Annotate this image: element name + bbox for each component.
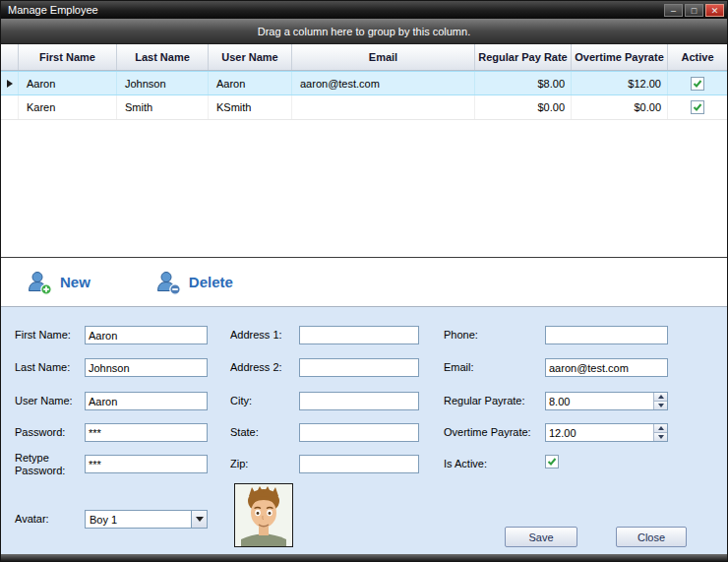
address1-label: Address 1: [230, 329, 282, 342]
user-name-field[interactable] [85, 392, 208, 410]
retype-password-field[interactable] [85, 455, 208, 473]
spinner-down-button[interactable] [653, 433, 667, 441]
row-indicator-cell [1, 95, 19, 119]
overtime-payrate-field[interactable] [545, 423, 668, 442]
regular-payrate-field[interactable] [545, 392, 668, 410]
is-active-checkbox[interactable] [545, 455, 559, 468]
table-row[interactable]: Aaron Johnson Aaron aaron@test.com $8.00… [1, 71, 727, 95]
header-overtime-payrate[interactable]: Overtime Payrate [572, 44, 668, 70]
delete-button[interactable]: Delete [155, 270, 233, 295]
city-label: City: [230, 395, 252, 407]
header-regular-pay-rate[interactable]: Regular Pay Rate [475, 44, 572, 70]
regular-payrate-spinner [653, 393, 667, 409]
avatar-select[interactable]: Boy 1 [85, 510, 208, 529]
active-checkbox[interactable] [691, 100, 704, 114]
person-remove-icon [155, 270, 181, 295]
cell-user-name: Aaron [209, 72, 292, 94]
down-arrow-icon [658, 435, 664, 439]
email-field[interactable] [545, 358, 668, 377]
spinner-up-button[interactable] [653, 424, 667, 433]
cell-first-name: Aaron [19, 72, 117, 94]
password-field[interactable] [85, 423, 208, 442]
employee-form: First Name: Last Name: User Name: Passwo… [1, 307, 727, 554]
last-name-field[interactable] [85, 358, 208, 377]
overtime-payrate-stepper [545, 423, 668, 442]
check-icon [693, 79, 702, 89]
delete-button-label: Delete [189, 274, 233, 290]
header-email[interactable]: Email [292, 44, 475, 70]
regular-payrate-stepper [545, 392, 668, 410]
address2-field[interactable] [299, 358, 419, 377]
group-by-hint: Drag a column here to group by this colu… [258, 26, 470, 37]
retype-password-label: Retype Password: [15, 452, 72, 477]
cell-regular-pay-rate: $8.00 [475, 72, 572, 94]
state-label: State: [230, 426, 259, 439]
avatar-select-value: Boy 1 [86, 514, 191, 526]
header-indicator [1, 44, 19, 70]
check-icon [693, 102, 702, 112]
minimize-button[interactable]: – [664, 4, 683, 17]
grid-empty-area [1, 120, 727, 257]
cell-email: aaron@test.com [292, 72, 475, 94]
table-row[interactable]: Karen Smith KSmith $0.00 $0.00 [1, 95, 727, 120]
header-user-name[interactable]: User Name [209, 44, 292, 70]
selected-row-indicator-icon [7, 80, 13, 88]
group-by-bar[interactable]: Drag a column here to group by this colu… [1, 19, 727, 44]
cell-overtime-payrate: $12.00 [572, 72, 668, 94]
avatar-image [234, 483, 293, 547]
cell-active [668, 72, 727, 94]
close-window-button[interactable]: ✕ [705, 4, 724, 17]
titlebar: Manage Employee – □ ✕ [1, 1, 727, 19]
row-indicator-cell [1, 72, 19, 94]
cell-first-name: Karen [19, 95, 117, 119]
user-name-label: User Name: [15, 395, 73, 407]
new-button-label: New [60, 274, 91, 290]
spinner-up-button[interactable] [653, 393, 667, 402]
cell-last-name: Smith [117, 95, 209, 119]
zip-field[interactable] [299, 455, 419, 473]
cell-active [668, 95, 727, 119]
cell-regular-pay-rate: $0.00 [475, 95, 572, 119]
last-name-label: Last Name: [15, 361, 70, 374]
phone-field[interactable] [545, 326, 668, 344]
boy-avatar-icon [235, 484, 292, 546]
save-button[interactable]: Save [505, 527, 577, 547]
maximize-button[interactable]: □ [685, 4, 703, 17]
down-arrow-icon [658, 404, 664, 407]
cell-email [292, 95, 475, 119]
up-arrow-icon [658, 426, 664, 430]
window-controls: – □ ✕ [664, 4, 724, 17]
phone-label: Phone: [444, 329, 478, 342]
toolbar: New Delete [1, 257, 727, 307]
down-arrow-icon [196, 517, 204, 522]
state-field[interactable] [299, 423, 419, 442]
spinner-down-button[interactable] [653, 402, 667, 409]
manage-employee-window: Manage Employee – □ ✕ Drag a column here… [0, 0, 728, 562]
city-field[interactable] [299, 392, 419, 410]
overtime-payrate-label: Overtime Payrate: [444, 426, 531, 439]
header-last-name[interactable]: Last Name [117, 44, 209, 70]
header-first-name[interactable]: First Name [19, 44, 117, 70]
check-icon [547, 457, 557, 467]
address2-label: Address 2: [230, 361, 282, 374]
new-button[interactable]: New [27, 270, 91, 295]
window-title: Manage Employee [1, 4, 98, 16]
window-bottom-border [1, 554, 727, 561]
zip-label: Zip: [230, 458, 248, 470]
header-active[interactable]: Active [668, 44, 727, 70]
regular-payrate-label: Regular Payrate: [444, 395, 525, 407]
avatar-label: Avatar: [15, 513, 49, 526]
is-active-label: Is Active: [444, 458, 487, 470]
grid-header: First Name Last Name User Name Email Reg… [1, 44, 727, 71]
first-name-field[interactable] [85, 326, 208, 344]
address1-field[interactable] [299, 326, 419, 344]
person-add-icon [27, 270, 52, 295]
overtime-payrate-spinner [653, 424, 667, 441]
email-label: Email: [444, 361, 474, 374]
cell-user-name: KSmith [209, 95, 292, 119]
active-checkbox[interactable] [691, 77, 704, 91]
avatar-dropdown-button[interactable] [191, 511, 207, 528]
close-button[interactable]: Close [616, 527, 687, 547]
up-arrow-icon [658, 395, 664, 399]
password-label: Password: [15, 426, 65, 439]
